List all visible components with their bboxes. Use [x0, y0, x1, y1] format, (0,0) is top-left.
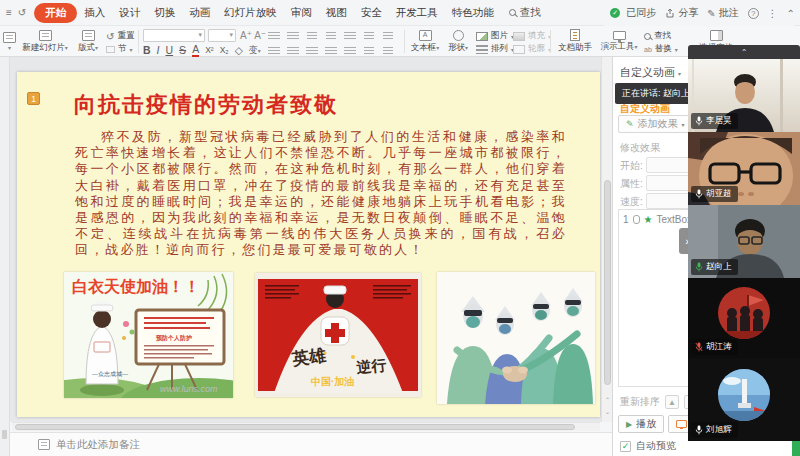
- tab-home[interactable]: 开始: [34, 3, 77, 23]
- distribute-icon[interactable]: [344, 47, 356, 56]
- slide-number-badge: 1: [27, 92, 40, 105]
- bullets-icon[interactable]: [268, 32, 280, 41]
- new-slide-button[interactable]: 新建幻灯片▾: [19, 27, 71, 56]
- annotate-button[interactable]: ✎ 批注: [707, 6, 738, 20]
- align-left-icon[interactable]: [268, 47, 280, 56]
- slide-title[interactable]: 向抗击疫情的劳动者致敬: [74, 90, 338, 120]
- fill-button[interactable]: 填充▾: [513, 30, 551, 42]
- layout-button[interactable]: 版式▾: [73, 27, 103, 56]
- participant-video-3[interactable]: 赵向上: [688, 205, 800, 278]
- font-size-select[interactable]: [208, 29, 236, 42]
- replace-button[interactable]: ab 替换▾: [644, 43, 678, 55]
- font-color-button[interactable]: A: [192, 43, 199, 57]
- font-grow-shrink[interactable]: A⁺ A⁻: [240, 30, 266, 41]
- tab-special-features[interactable]: 特色功能: [445, 3, 501, 23]
- fill-icon: [513, 32, 525, 41]
- move-up-button[interactable]: ▲: [665, 395, 679, 409]
- underline-button[interactable]: U: [166, 44, 174, 56]
- text-direction-icon[interactable]: [364, 32, 374, 41]
- numbering-icon[interactable]: [287, 32, 299, 41]
- strike-button[interactable]: S: [179, 44, 186, 56]
- mic-speaking-icon: [695, 262, 703, 272]
- notes-placeholder: 单击此处添加备注: [56, 438, 140, 452]
- textbox-label: 文本框: [411, 42, 437, 52]
- wps-presentation-window: ≡ ↺ 开始 插入 设计 切换 动画 幻灯片放映 审阅 视图 安全 开发工具 特…: [0, 0, 800, 456]
- more-options-icon[interactable]: ⋮: [768, 8, 778, 19]
- line-spacing-icon[interactable]: [344, 32, 356, 41]
- columns-icon[interactable]: [383, 32, 393, 41]
- clear-format-button[interactable]: ◇: [235, 44, 243, 56]
- font-family-select[interactable]: [143, 29, 205, 42]
- outdent-icon[interactable]: [307, 32, 317, 41]
- shape-icon: [453, 30, 464, 41]
- help-button[interactable]: ?: [748, 8, 759, 19]
- ribbon-find-button[interactable]: 查找: [644, 30, 671, 42]
- slide-thumbnail-panel-collapsed[interactable]: [0, 57, 10, 456]
- participant-5-nametag: 刘旭辉: [691, 422, 738, 438]
- menu-icon[interactable]: ≡: [6, 7, 12, 18]
- add-effect-button[interactable]: ✎ 添加效果 ▾: [618, 115, 693, 133]
- titlebar: ≡ ↺ 开始 插入 设计 切换 动画 幻灯片放映 审阅 视图 安全 开发工具 特…: [0, 0, 800, 26]
- reset-button[interactable]: ↺ 重置: [106, 30, 134, 42]
- align-center-icon[interactable]: [287, 47, 299, 56]
- tab-view[interactable]: 视图: [319, 3, 354, 23]
- numbering2-icon[interactable]: [364, 47, 374, 56]
- tab-slideshow[interactable]: 幻灯片放映: [217, 3, 284, 23]
- poster-medics-drawing[interactable]: [437, 272, 595, 404]
- tab-security[interactable]: 安全: [354, 3, 389, 23]
- justify-icon[interactable]: [325, 47, 337, 56]
- horizontal-scroll-thumb[interactable]: [15, 424, 575, 430]
- participant-video-5[interactable]: 刘旭辉: [688, 358, 800, 441]
- participant-video-2[interactable]: 胡亚超: [688, 132, 800, 205]
- participant-video-1[interactable]: 李居昊: [688, 59, 800, 132]
- pane-title[interactable]: 自定义动画 ▾: [620, 65, 681, 80]
- outline-button[interactable]: 轮廓▾: [513, 43, 551, 55]
- section-button[interactable]: 节▾: [106, 43, 133, 55]
- slide-1[interactable]: 1 向抗击疫情的劳动者致敬 猝不及防，新型冠状病毒已经威胁到了人们的生活和健康，…: [17, 72, 600, 417]
- slide-body-text[interactable]: 猝不及防，新型冠状病毒已经威胁到了人们的生活和健康，感染率和死亡率快速增长着，这…: [75, 129, 567, 259]
- menu-tabs: 开始 插入 设计 切换 动画 幻灯片放映 审阅 视图 安全 开发工具 特色功能: [34, 3, 501, 23]
- poster2-text-retrograde: 逆行: [355, 356, 388, 376]
- share-button[interactable]: 分享: [665, 6, 698, 20]
- tab-insert[interactable]: 插入: [77, 3, 112, 23]
- poster-hero-retrograde[interactable]: 英雄 逆行 中国·加油: [255, 273, 421, 397]
- horizontal-scrollbar[interactable]: [12, 422, 600, 431]
- tab-design[interactable]: 设计: [112, 3, 147, 23]
- list-more-icon[interactable]: [383, 47, 393, 56]
- tab-review[interactable]: 审阅: [284, 3, 319, 23]
- meeting-collapse-bar[interactable]: ⌃: [688, 45, 800, 59]
- undo-icon[interactable]: ↺: [18, 7, 26, 18]
- indent-icon[interactable]: [326, 32, 336, 41]
- tab-devtools[interactable]: 开发工具: [389, 3, 445, 23]
- bold-button[interactable]: B: [143, 44, 151, 56]
- italic-button[interactable]: I: [157, 44, 160, 56]
- synced-status[interactable]: ✓ 已同步: [610, 6, 656, 20]
- participant-video-4[interactable]: 胡江涛: [688, 278, 800, 358]
- superscript-button[interactable]: X²: [205, 45, 214, 55]
- tab-transition[interactable]: 切换: [147, 3, 182, 23]
- text-effect-button[interactable]: 变▾: [249, 44, 261, 57]
- property-label: 属性:: [620, 177, 643, 191]
- next-slide-button[interactable]: ⌄: [603, 407, 612, 416]
- tab-animation[interactable]: 动画: [182, 3, 217, 23]
- present-tools-button[interactable]: 演示工具▾: [598, 27, 640, 56]
- notes-bar[interactable]: 单击此处添加备注: [10, 432, 612, 456]
- subscript-button[interactable]: X₂: [220, 45, 229, 55]
- arrange-button[interactable]: 排列▾: [476, 43, 514, 55]
- picture-button[interactable]: 图片▾: [476, 30, 514, 42]
- collapse-ribbon-icon[interactable]: ⌃: [787, 8, 795, 19]
- vertical-scrollbar[interactable]: ⌃ ⌄: [601, 57, 612, 422]
- mic-on-icon: [695, 425, 703, 435]
- poster-angel-in-white[interactable]: 白衣天使加油！！ 预防个人防护 —众志成城—: [64, 272, 233, 398]
- panel-resize-handle[interactable]: [2, 430, 7, 439]
- play-button[interactable]: ▶ 播放: [618, 415, 664, 433]
- auto-preview-checkbox[interactable]: ✓ 自动预览: [620, 439, 676, 453]
- paste-button[interactable]: ▾: [2, 27, 17, 56]
- doc-assistant-button[interactable]: 文档助手: [554, 27, 596, 56]
- find-command[interactable]: 查找: [509, 6, 541, 20]
- align-right-icon[interactable]: [306, 47, 318, 56]
- vertical-scroll-thumb[interactable]: [604, 180, 611, 385]
- previous-slide-button[interactable]: ⌃: [603, 395, 612, 404]
- textbox-button[interactable]: A 文本框▾: [408, 27, 442, 56]
- shape-button[interactable]: 形状▾: [444, 27, 472, 56]
